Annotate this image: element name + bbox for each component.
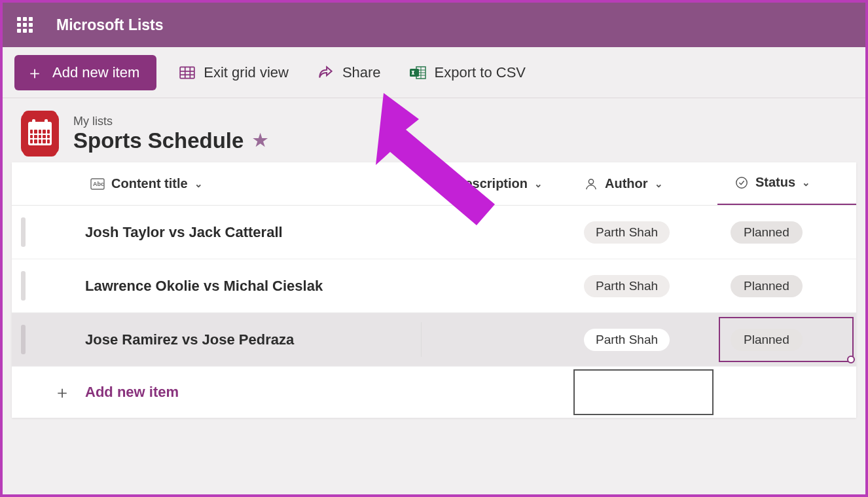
column-status-label: Status	[755, 175, 795, 190]
svg-point-17	[736, 177, 747, 187]
status-icon	[734, 176, 749, 189]
multiline-icon	[435, 177, 449, 191]
row-handle[interactable]	[21, 325, 26, 354]
cell-title[interactable]: Josh Taylor vs Jack Catterall	[85, 224, 283, 241]
cell-divider	[421, 322, 422, 357]
exit-grid-view-button[interactable]: Exit grid view	[172, 59, 295, 86]
add-new-item-label: Add new item	[85, 384, 179, 401]
cell-author[interactable]: Parth Shah	[584, 275, 670, 297]
share-button[interactable]: Share	[311, 59, 388, 86]
cell-status[interactable]: Planned	[731, 275, 803, 297]
grid-area: Abc Content title ⌄ Description ⌄ Author…	[12, 162, 856, 418]
exit-grid-label: Exit grid view	[204, 64, 289, 81]
row-handle[interactable]	[21, 217, 26, 247]
column-author-label: Author	[605, 176, 648, 191]
table-row[interactable]: Josh Taylor vs Jack Catterall Parth Shah…	[12, 206, 856, 259]
svg-point-16	[588, 179, 593, 183]
share-label: Share	[342, 64, 381, 81]
author-edit-cell[interactable]	[573, 369, 714, 415]
row-handle[interactable]	[21, 271, 26, 301]
table-row[interactable]: Jose Ramirez vs Jose Pedraza Parth Shah …	[12, 313, 856, 367]
cell-author[interactable]: Parth Shah	[584, 221, 670, 244]
chevron-down-icon: ⌄	[534, 178, 543, 190]
suite-bar: Microsoft Lists	[3, 3, 865, 47]
status-column-highlight	[717, 204, 856, 205]
table-row[interactable]: Lawrence Okolie vs Michal Cieslak Parth …	[12, 259, 856, 313]
cell-author[interactable]: Parth Shah	[584, 329, 670, 351]
chevron-down-icon: ⌄	[194, 178, 203, 190]
plus-icon: ＋	[26, 64, 43, 81]
breadcrumb[interactable]: My lists	[73, 115, 268, 128]
share-icon	[317, 64, 335, 81]
favorite-star-icon[interactable]: ★	[253, 130, 268, 151]
app-launcher-icon[interactable]	[12, 12, 38, 38]
column-header-author[interactable]: Author ⌄	[584, 176, 663, 191]
column-header-status[interactable]: Status ⌄	[734, 175, 810, 193]
text-field-icon: Abc	[90, 177, 105, 191]
column-header-description[interactable]: Description ⌄	[435, 176, 543, 191]
cell-title[interactable]: Lawrence Okolie vs Michal Cieslak	[85, 278, 323, 295]
plus-icon: ＋	[54, 381, 71, 404]
grid-header: Abc Content title ⌄ Description ⌄ Author…	[12, 162, 856, 206]
add-button-label: Add new item	[52, 64, 139, 81]
column-description-label: Description	[456, 176, 528, 191]
export-label: Export to CSV	[435, 64, 526, 81]
chevron-down-icon: ⌄	[802, 177, 810, 189]
excel-icon	[410, 64, 427, 81]
svg-text:Abc: Abc	[93, 181, 104, 187]
cell-status-editor[interactable]: Planned	[719, 317, 854, 362]
cell-status[interactable]: Planned	[731, 221, 803, 244]
add-new-item-button[interactable]: ＋ Add new item	[14, 55, 156, 90]
status-pill: Planned	[731, 329, 803, 351]
svg-rect-0	[180, 67, 194, 78]
list-title: Sports Schedule ★	[73, 128, 268, 153]
cell-title[interactable]: Jose Ramirez vs Jose Pedraza	[85, 331, 294, 348]
chevron-down-icon: ⌄	[655, 178, 663, 190]
export-csv-button[interactable]: Export to CSV	[403, 59, 532, 86]
column-header-title[interactable]: Abc Content title ⌄	[90, 176, 203, 191]
app-name: Microsoft Lists	[56, 16, 164, 34]
svg-rect-10	[410, 69, 419, 77]
person-icon	[584, 177, 598, 191]
command-bar: ＋ Add new item Exit grid view Share Expo…	[3, 47, 865, 98]
grid-icon	[179, 64, 196, 81]
add-new-item-row[interactable]: ＋ Add new item	[12, 367, 856, 418]
list-title-text: Sports Schedule	[73, 128, 244, 153]
column-title-label: Content title	[111, 176, 188, 191]
list-title-block: My lists Sports Schedule ★	[3, 98, 865, 162]
list-calendar-icon	[21, 113, 59, 155]
